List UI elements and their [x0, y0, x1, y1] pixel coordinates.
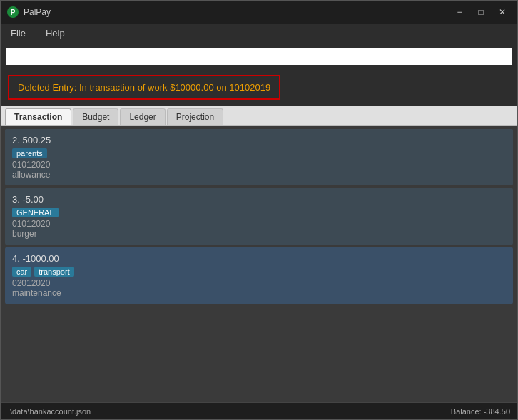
app-title: PalPay	[24, 7, 51, 17]
svg-text:P: P	[11, 9, 16, 16]
transaction-desc: maintenance	[12, 288, 506, 298]
transaction-item[interactable]: 4. -1000.00 car transport 02012020 maint…	[5, 247, 513, 304]
main-window: P PalPay − □ ✕ File Help Deleted Entry: …	[0, 0, 518, 420]
tab-ledger[interactable]: Ledger	[120, 108, 165, 125]
tag-general: GENERAL	[12, 208, 59, 217]
menu-file[interactable]: File	[6, 26, 30, 40]
search-area	[1, 43, 517, 69]
alert-message: Deleted Entry: In transaction of work $1…	[18, 82, 270, 93]
status-bar: .\data\bankaccount.json Balance: -384.50	[1, 402, 517, 419]
transaction-number-amount: 4. -1000.00	[12, 253, 506, 264]
transaction-number-amount: 2. 500.25	[12, 135, 506, 145]
transaction-number-amount: 3. -5.00	[12, 194, 506, 205]
transaction-item[interactable]: 2. 500.25 parents 01012020 allowance	[5, 129, 513, 185]
transaction-date: 02012020	[12, 278, 506, 288]
transaction-item[interactable]: 3. -5.00 GENERAL 01012020 burger	[5, 188, 513, 245]
transaction-desc: burger	[12, 229, 506, 239]
tab-projection[interactable]: Projection	[167, 108, 223, 125]
tag-row: parents	[12, 148, 506, 158]
tag-transport: transport	[34, 267, 73, 277]
tabs-bar: Transaction Budget Ledger Projection	[1, 106, 517, 126]
search-input[interactable]	[6, 48, 512, 65]
transaction-date: 01012020	[12, 160, 506, 170]
transaction-date: 01012020	[12, 219, 506, 229]
alert-box: Deleted Entry: In transaction of work $1…	[8, 75, 280, 100]
status-file: .\data\bankaccount.json	[8, 407, 91, 416]
transaction-desc: allowance	[12, 170, 506, 180]
tag-parents: parents	[12, 148, 47, 158]
menu-help[interactable]: Help	[41, 26, 69, 40]
tab-budget[interactable]: Budget	[73, 108, 118, 125]
title-bar-controls: − □ ✕	[450, 5, 512, 19]
alert-area: Deleted Entry: In transaction of work $1…	[1, 69, 517, 106]
title-bar: P PalPay − □ ✕	[1, 1, 517, 24]
title-bar-left: P PalPay	[6, 6, 51, 19]
app-icon: P	[6, 6, 19, 19]
status-balance: Balance: -384.50	[451, 407, 510, 416]
content-area[interactable]: 2. 500.25 parents 01012020 allowance 3. …	[1, 126, 517, 402]
maximize-button[interactable]: □	[472, 5, 490, 19]
tab-transaction[interactable]: Transaction	[5, 108, 71, 125]
tag-row: car transport	[12, 267, 506, 277]
close-button[interactable]: ✕	[493, 5, 512, 19]
tag-row: GENERAL	[12, 208, 506, 217]
menu-bar: File Help	[1, 24, 517, 43]
tag-car: car	[12, 267, 31, 277]
minimize-button[interactable]: −	[450, 5, 469, 19]
